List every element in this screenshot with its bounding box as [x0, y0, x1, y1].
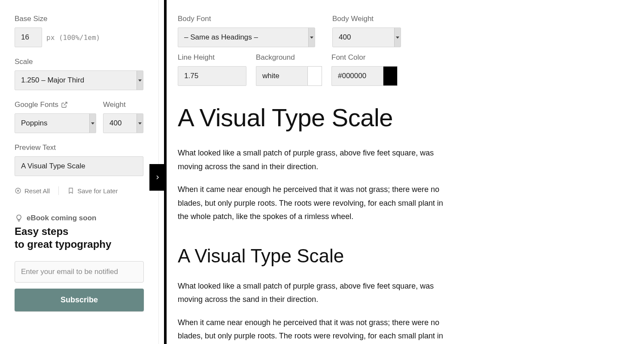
ebook-promo: eBook coming soon Easy steps to great ty…: [15, 214, 144, 311]
weight-label: Weight: [103, 100, 143, 109]
ebook-kicker: eBook coming soon: [15, 214, 144, 222]
font-color-swatch[interactable]: [383, 66, 398, 86]
body-font-select[interactable]: [178, 27, 315, 47]
google-fonts-select[interactable]: [15, 113, 96, 133]
weight-select[interactable]: [103, 113, 143, 133]
bookmark-icon: [67, 187, 74, 194]
external-link-icon[interactable]: [61, 101, 68, 108]
preview-paragraph: What looked like a small patch of purple…: [178, 146, 453, 174]
action-sep: [58, 186, 59, 195]
action-row: Reset All Save for Later: [15, 186, 144, 195]
preview-paragraph: When it came near enough he perceived th…: [178, 183, 453, 224]
body-weight-select[interactable]: [332, 27, 401, 47]
preview-text-label: Preview Text: [15, 143, 144, 152]
lightbulb-icon: [15, 214, 23, 222]
sidebar: Base Size px (100%/1em) Scale Google Fon…: [0, 0, 159, 344]
font-weight-row: Google Fonts Weight: [15, 100, 144, 133]
line-height-input[interactable]: [178, 66, 246, 86]
background-label: Background: [256, 53, 322, 62]
preview-heading-1: A Visual Type Scale: [178, 103, 627, 132]
body-weight-label: Body Weight: [332, 15, 401, 23]
save-later-button[interactable]: Save for Later: [67, 187, 118, 195]
preview-text-field: Preview Text: [15, 143, 144, 176]
scale-label: Scale: [15, 58, 144, 66]
body-controls-row1: Body Font Body Weight: [178, 15, 627, 47]
background-input[interactable]: [256, 66, 307, 86]
email-input[interactable]: [15, 261, 144, 283]
font-color-label: Font Color: [331, 53, 398, 62]
body-controls-row2: Line Height Background Font Color: [178, 53, 627, 86]
preview-heading-2: A Visual Type Scale: [178, 245, 627, 267]
base-size-input[interactable]: [15, 27, 42, 47]
base-size-field: Base Size px (100%/1em): [15, 15, 144, 47]
reset-icon: [15, 187, 21, 194]
preview-paragraph: What looked like a small patch of purple…: [178, 280, 453, 307]
reset-all-button[interactable]: Reset All: [15, 187, 50, 195]
body-font-label: Body Font: [178, 15, 315, 23]
background-swatch[interactable]: [307, 66, 322, 86]
google-fonts-label: Google Fonts: [15, 100, 96, 109]
type-scale-preview: A Visual Type Scale What looked like a s…: [178, 103, 627, 344]
line-height-label: Line Height: [178, 53, 246, 62]
svg-line-0: [64, 102, 67, 105]
chevron-right-icon: [154, 174, 161, 181]
base-size-label: Base Size: [15, 15, 144, 23]
ebook-title: Easy steps to great typography: [15, 225, 144, 251]
main-panel: Body Font Body Weight Line Height Backgr…: [159, 0, 644, 344]
base-size-suffix: px (100%/1em): [46, 33, 100, 42]
scale-select[interactable]: [15, 70, 143, 90]
subscribe-button[interactable]: Subscribe: [15, 289, 144, 311]
preview-paragraph: When it came near enough he perceived th…: [178, 316, 453, 344]
collapse-sidebar-button[interactable]: [149, 164, 166, 191]
scale-field: Scale: [15, 58, 144, 90]
font-color-input[interactable]: [331, 66, 383, 86]
preview-text-input[interactable]: [15, 156, 143, 176]
